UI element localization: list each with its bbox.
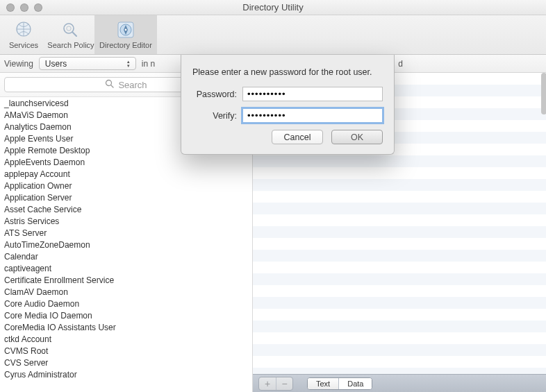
list-item[interactable]: Certificate Enrollment Service xyxy=(0,274,252,286)
table-row xyxy=(253,179,546,191)
table-row xyxy=(253,262,546,273)
add-button[interactable]: + xyxy=(259,377,276,390)
table-row xyxy=(253,273,546,285)
minus-icon: − xyxy=(281,378,287,389)
table-row xyxy=(253,155,546,167)
list-item[interactable]: Calendar xyxy=(0,250,252,262)
plus-icon: + xyxy=(265,378,270,389)
password-input[interactable] xyxy=(242,87,383,101)
toolbar-label: Directory Editor xyxy=(99,41,152,49)
list-item[interactable]: ctkd Account xyxy=(0,333,252,345)
viewing-trailing: in n xyxy=(142,59,155,69)
globe-icon xyxy=(13,20,35,40)
viewing-popup-value: Users xyxy=(45,59,67,69)
list-item[interactable]: CVMS Root xyxy=(0,345,252,357)
verify-input[interactable] xyxy=(242,108,383,123)
list-item[interactable]: CoreMedia IO Assistants User xyxy=(0,321,252,333)
toolbar-label: Services xyxy=(9,41,38,49)
text-data-segmented: Text Data xyxy=(307,377,372,390)
table-row xyxy=(253,226,546,238)
viewing-trailing-far: d xyxy=(398,59,403,69)
seg-data[interactable]: Data xyxy=(338,378,372,389)
minimize-window-button[interactable] xyxy=(20,3,28,12)
list-item[interactable]: Cyrus Administrator xyxy=(0,368,252,380)
list-item[interactable]: Core Media IO Daemon xyxy=(0,309,252,321)
list-item[interactable]: ATS Server xyxy=(0,227,252,239)
verify-label: Verify: xyxy=(192,111,242,121)
password-label: Password: xyxy=(192,90,242,99)
list-item[interactable]: Astris Services xyxy=(0,215,252,227)
viewing-label: Viewing xyxy=(4,59,33,69)
compass-icon xyxy=(115,20,137,40)
toolbar-services[interactable]: Services xyxy=(0,15,47,54)
attribute-footer: + − Text Data xyxy=(253,374,546,392)
table-row xyxy=(253,191,546,203)
table-row xyxy=(253,297,546,309)
svg-line-2 xyxy=(72,32,76,36)
svg-point-6 xyxy=(125,29,127,31)
list-item[interactable]: AutoTimeZoneDaemon xyxy=(0,239,252,250)
cancel-button[interactable]: Cancel xyxy=(272,130,323,144)
list-item[interactable]: AppleEvents Daemon xyxy=(0,156,252,168)
chevron-up-down-icon: ▴▾ xyxy=(124,58,133,69)
table-row xyxy=(253,238,546,250)
table-row xyxy=(253,321,546,332)
traffic-lights xyxy=(0,3,42,12)
ok-button[interactable]: OK xyxy=(331,130,383,144)
password-sheet: Please enter a new password for the root… xyxy=(181,55,395,155)
list-item[interactable]: captiveagent xyxy=(0,262,252,274)
scrollbar-thumb[interactable] xyxy=(541,73,546,114)
magnifier-gear-icon xyxy=(60,20,82,40)
list-item[interactable]: Application Server xyxy=(0,191,252,203)
window-title: Directory Utility xyxy=(0,2,546,12)
svg-line-8 xyxy=(111,85,114,88)
table-row xyxy=(253,214,546,226)
seg-text[interactable]: Text xyxy=(308,378,338,389)
toolbar-search-policy[interactable]: Search Policy xyxy=(47,15,94,54)
sheet-message: Please enter a new password for the root… xyxy=(192,67,383,77)
search-placeholder: Search xyxy=(118,80,147,90)
magnifier-icon xyxy=(105,79,114,90)
close-window-button[interactable] xyxy=(6,3,15,12)
table-row xyxy=(253,309,546,321)
table-row xyxy=(253,356,546,368)
list-item[interactable]: Core Audio Daemon xyxy=(0,298,252,309)
remove-button[interactable]: − xyxy=(276,377,292,390)
table-row xyxy=(253,285,546,297)
toolbar-directory-editor[interactable]: Directory Editor xyxy=(94,15,157,54)
list-item[interactable]: CVS Server xyxy=(0,357,252,368)
zoom-window-button[interactable] xyxy=(34,3,42,12)
svg-point-3 xyxy=(67,26,71,31)
table-row xyxy=(253,332,546,344)
add-remove-group: + − xyxy=(258,377,293,391)
table-row xyxy=(253,344,546,356)
viewing-popup[interactable]: Users ▴▾ xyxy=(39,57,136,70)
list-item[interactable]: applepay Account xyxy=(0,168,252,180)
table-row xyxy=(253,368,546,374)
list-item[interactable]: Asset Cache Service xyxy=(0,203,252,215)
titlebar: Directory Utility xyxy=(0,0,546,15)
table-row xyxy=(253,167,546,179)
table-row xyxy=(253,250,546,262)
list-item[interactable]: Application Owner xyxy=(0,180,252,191)
toolbar: Services Search Policy Directory Editor xyxy=(0,15,546,55)
table-row xyxy=(253,203,546,214)
toolbar-label: Search Policy xyxy=(47,41,94,49)
list-item[interactable]: ClamAV Daemon xyxy=(0,286,252,298)
